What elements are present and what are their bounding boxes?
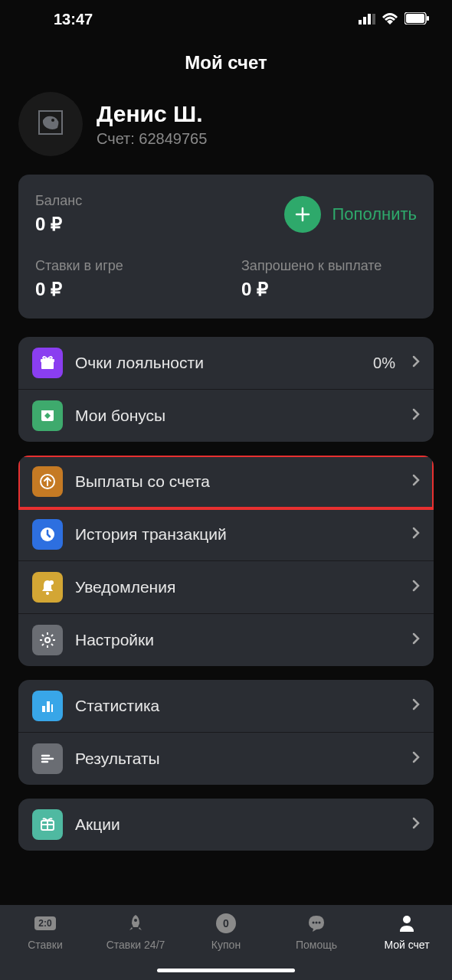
svg-point-17 <box>45 638 50 642</box>
nav-bets[interactable]: 2:0 Ставки <box>0 913 90 951</box>
svg-rect-3 <box>372 14 375 24</box>
person-icon <box>393 913 421 934</box>
menu-item-bonuses[interactable]: Мои бонусы <box>18 390 434 442</box>
bonus-icon <box>32 400 63 431</box>
menu-label: Очки лояльности <box>75 354 361 372</box>
avatar-logo-icon <box>31 105 70 143</box>
menu-item-notifications[interactable]: Уведомления <box>18 561 434 614</box>
menu-item-history[interactable]: История транзакций <box>18 508 434 561</box>
status-bar: 13:47 <box>0 0 452 38</box>
svg-rect-18 <box>42 706 45 712</box>
chevron-right-icon <box>412 408 420 423</box>
chat-icon <box>303 913 330 934</box>
plus-icon <box>284 196 321 233</box>
nav-help[interactable]: Помощь <box>271 913 362 951</box>
svg-rect-5 <box>406 14 424 23</box>
svg-point-22 <box>134 919 137 922</box>
chevron-right-icon <box>412 632 420 648</box>
loyalty-value: 0% <box>373 354 395 372</box>
menu-label: История транзакций <box>75 525 400 544</box>
menu-group-4: Акции <box>18 799 434 851</box>
bottom-nav: 2:0 Ставки Ставки 24/7 0 Купон Помощь Мо… <box>0 905 452 980</box>
clock-icon <box>32 519 63 550</box>
svg-rect-10 <box>47 359 48 369</box>
menu-label: Статистика <box>75 697 400 715</box>
menu-label: Настройки <box>75 631 400 649</box>
bell-icon <box>32 572 63 603</box>
chevron-right-icon <box>412 474 420 489</box>
balance-amount: 0 ₽ <box>35 214 82 235</box>
in-play-amount: 0 ₽ <box>35 279 211 300</box>
menu-item-loyalty[interactable]: Очки лояльности 0% <box>18 337 434 390</box>
menu-item-stats[interactable]: Статистика <box>18 680 434 733</box>
svg-rect-20 <box>51 704 53 712</box>
nav-label: Помощь <box>296 939 337 951</box>
svg-rect-6 <box>427 16 429 21</box>
gear-icon <box>32 625 63 655</box>
svg-rect-1 <box>363 17 366 24</box>
menu-label: Результаты <box>75 750 400 768</box>
svg-point-23 <box>313 922 315 924</box>
requested-label: Запрошено к выплате <box>241 258 417 274</box>
nav-coupon[interactable]: 0 Купон <box>181 913 271 951</box>
topup-button[interactable]: Пополнить <box>284 196 417 233</box>
profile-section: Денис Ш. Счет: 62849765 <box>0 92 452 175</box>
in-play-label: Ставки в игре <box>35 258 211 274</box>
gift-icon <box>32 348 63 378</box>
chevron-right-icon <box>412 698 420 714</box>
svg-rect-0 <box>359 20 362 24</box>
page-title: Мой счет <box>0 38 452 92</box>
topup-label: Пополнить <box>332 204 417 224</box>
score-icon: 2:0 <box>31 913 59 934</box>
menu-label: Выплаты со счета <box>75 472 400 491</box>
status-indicators <box>359 11 429 28</box>
nav-account[interactable]: Мой счет <box>362 913 452 951</box>
promo-icon <box>32 809 63 840</box>
chevron-right-icon <box>412 355 420 371</box>
menu-item-settings[interactable]: Настройки <box>18 614 434 666</box>
menu-item-promo[interactable]: Акции <box>18 799 434 851</box>
home-indicator[interactable] <box>157 969 295 972</box>
menu-item-results[interactable]: Результаты <box>18 733 434 785</box>
balance-card: Баланс 0 ₽ Пополнить Ставки в игре 0 ₽ З… <box>18 175 434 318</box>
nav-bets247[interactable]: Ставки 24/7 <box>90 913 181 951</box>
coupon-icon: 0 <box>212 913 240 934</box>
svg-rect-12 <box>41 410 54 413</box>
list-icon <box>32 743 63 774</box>
profile-name: Денис Ш. <box>97 101 207 127</box>
menu-group-1: Очки лояльности 0% Мои бонусы <box>18 337 434 442</box>
nav-label: Ставки 24/7 <box>106 939 165 951</box>
balance-label: Баланс <box>35 193 82 209</box>
menu-label: Уведомления <box>75 578 400 596</box>
menu-group-2: Выплаты со счета История транзакций Увед… <box>18 456 434 666</box>
svg-point-15 <box>46 592 49 595</box>
requested-amount: 0 ₽ <box>241 279 417 300</box>
menu-item-withdraw[interactable]: Выплаты со счета <box>18 456 434 508</box>
svg-rect-19 <box>47 701 50 712</box>
svg-point-25 <box>319 922 321 924</box>
profile-account: Счет: 62849765 <box>97 130 207 148</box>
menu-label: Мои бонусы <box>75 407 400 425</box>
nav-label: Купон <box>211 939 241 951</box>
svg-point-26 <box>403 916 411 923</box>
battery-icon <box>405 11 429 28</box>
chevron-right-icon <box>412 580 420 595</box>
menu-group-3: Статистика Результаты <box>18 680 434 785</box>
svg-point-16 <box>49 580 54 585</box>
rocket-icon <box>122 913 149 934</box>
chevron-right-icon <box>412 527 420 542</box>
menu-label: Акции <box>75 815 400 834</box>
status-time: 13:47 <box>54 11 93 28</box>
chevron-right-icon <box>412 751 420 766</box>
avatar[interactable] <box>18 92 83 156</box>
svg-point-24 <box>316 922 318 924</box>
nav-label: Мой счет <box>384 939 429 951</box>
svg-rect-2 <box>368 14 371 24</box>
withdraw-icon <box>32 466 63 497</box>
chart-icon <box>32 691 63 721</box>
svg-point-7 <box>51 119 54 122</box>
nav-label: Ставки <box>28 939 63 951</box>
chevron-right-icon <box>412 817 420 832</box>
cellular-icon <box>359 11 375 28</box>
wifi-icon <box>382 11 398 28</box>
